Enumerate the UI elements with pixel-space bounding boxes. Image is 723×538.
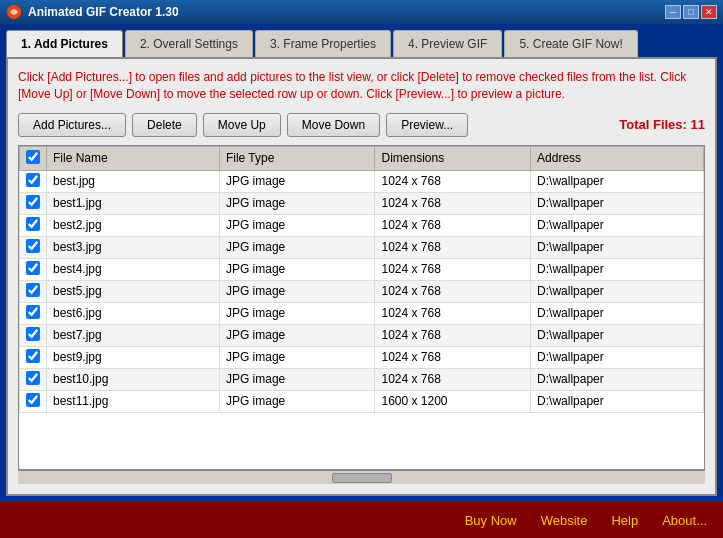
row-checkbox[interactable] xyxy=(26,173,40,187)
row-checkbox[interactable] xyxy=(26,393,40,407)
col-header-dimensions: Dimensions xyxy=(375,146,531,170)
row-address: D:\wallpaper xyxy=(531,302,704,324)
row-filetype: JPG image xyxy=(219,192,375,214)
table-row[interactable]: best10.jpgJPG image1024 x 768D:\wallpape… xyxy=(20,368,704,390)
table-header-row: File Name File Type Dimensions Address xyxy=(20,146,704,170)
file-table: File Name File Type Dimensions Address b… xyxy=(19,146,704,413)
row-filename: best7.jpg xyxy=(47,324,220,346)
row-checkbox-cell xyxy=(20,236,47,258)
about-link[interactable]: About... xyxy=(662,513,707,528)
row-checkbox[interactable] xyxy=(26,305,40,319)
row-filename: best10.jpg xyxy=(47,368,220,390)
row-address: D:\wallpaper xyxy=(531,390,704,412)
website-link[interactable]: Website xyxy=(541,513,588,528)
row-checkbox-cell xyxy=(20,192,47,214)
row-checkbox[interactable] xyxy=(26,349,40,363)
total-files-count: 11 xyxy=(691,117,705,132)
row-checkbox-cell xyxy=(20,324,47,346)
table-row[interactable]: best1.jpgJPG image1024 x 768D:\wallpaper xyxy=(20,192,704,214)
select-all-checkbox[interactable] xyxy=(26,150,40,164)
row-dimensions: 1024 x 768 xyxy=(375,368,531,390)
row-filename: best6.jpg xyxy=(47,302,220,324)
scrollbar-thumb[interactable] xyxy=(332,473,392,483)
bottom-bar: Buy Now Website Help About... xyxy=(0,502,723,538)
row-checkbox[interactable] xyxy=(26,371,40,385)
table-row[interactable]: best2.jpgJPG image1024 x 768D:\wallpaper xyxy=(20,214,704,236)
info-text: Click [Add Pictures...] to open files an… xyxy=(18,69,705,103)
move-up-button[interactable]: Move Up xyxy=(203,113,281,137)
table-row[interactable]: best3.jpgJPG image1024 x 768D:\wallpaper xyxy=(20,236,704,258)
row-filetype: JPG image xyxy=(219,302,375,324)
row-filetype: JPG image xyxy=(219,258,375,280)
file-table-container[interactable]: File Name File Type Dimensions Address b… xyxy=(18,145,705,470)
tab-preview-gif[interactable]: 4. Preview GIF xyxy=(393,30,502,57)
row-dimensions: 1024 x 768 xyxy=(375,170,531,192)
row-checkbox[interactable] xyxy=(26,327,40,341)
row-checkbox-cell xyxy=(20,258,47,280)
buy-now-link[interactable]: Buy Now xyxy=(465,513,517,528)
row-checkbox-cell xyxy=(20,214,47,236)
row-filename: best.jpg xyxy=(47,170,220,192)
row-filename: best9.jpg xyxy=(47,346,220,368)
table-row[interactable]: best7.jpgJPG image1024 x 768D:\wallpaper xyxy=(20,324,704,346)
table-row[interactable]: best9.jpgJPG image1024 x 768D:\wallpaper xyxy=(20,346,704,368)
move-down-button[interactable]: Move Down xyxy=(287,113,380,137)
row-dimensions: 1024 x 768 xyxy=(375,280,531,302)
row-checkbox-cell xyxy=(20,302,47,324)
row-address: D:\wallpaper xyxy=(531,214,704,236)
row-checkbox[interactable] xyxy=(26,195,40,209)
table-row[interactable]: best4.jpgJPG image1024 x 768D:\wallpaper xyxy=(20,258,704,280)
table-row[interactable]: best6.jpgJPG image1024 x 768D:\wallpaper xyxy=(20,302,704,324)
minimize-button[interactable]: ─ xyxy=(665,5,681,19)
tab-frame-properties[interactable]: 3. Frame Properties xyxy=(255,30,391,57)
scrollbar-area[interactable] xyxy=(18,470,705,484)
table-row[interactable]: best5.jpgJPG image1024 x 768D:\wallpaper xyxy=(20,280,704,302)
add-pictures-button[interactable]: Add Pictures... xyxy=(18,113,126,137)
row-address: D:\wallpaper xyxy=(531,192,704,214)
col-header-address: Address xyxy=(531,146,704,170)
row-dimensions: 1600 x 1200 xyxy=(375,390,531,412)
row-dimensions: 1024 x 768 xyxy=(375,324,531,346)
preview-button[interactable]: Preview... xyxy=(386,113,468,137)
table-row[interactable]: best.jpgJPG image1024 x 768D:\wallpaper xyxy=(20,170,704,192)
main-window: 1. Add Pictures 2. Overall Settings 3. F… xyxy=(0,24,723,502)
restore-button[interactable]: □ xyxy=(683,5,699,19)
row-filetype: JPG image xyxy=(219,346,375,368)
row-filetype: JPG image xyxy=(219,280,375,302)
row-checkbox[interactable] xyxy=(26,283,40,297)
row-checkbox[interactable] xyxy=(26,239,40,253)
col-header-checkbox xyxy=(20,146,47,170)
toolbar: Add Pictures... Delete Move Up Move Down… xyxy=(18,113,705,137)
table-row[interactable]: best11.jpgJPG image1600 x 1200D:\wallpap… xyxy=(20,390,704,412)
app-logo xyxy=(6,4,22,20)
row-dimensions: 1024 x 768 xyxy=(375,236,531,258)
row-filetype: JPG image xyxy=(219,214,375,236)
row-address: D:\wallpaper xyxy=(531,170,704,192)
row-filename: best4.jpg xyxy=(47,258,220,280)
help-link[interactable]: Help xyxy=(611,513,638,528)
file-table-body: best.jpgJPG image1024 x 768D:\wallpaperb… xyxy=(20,170,704,412)
row-checkbox[interactable] xyxy=(26,261,40,275)
title-bar: Animated GIF Creator 1.30 ─ □ ✕ xyxy=(0,0,723,24)
window-controls: ─ □ ✕ xyxy=(665,5,717,19)
row-address: D:\wallpaper xyxy=(531,324,704,346)
row-checkbox-cell xyxy=(20,368,47,390)
tab-add-pictures[interactable]: 1. Add Pictures xyxy=(6,30,123,57)
col-header-filetype: File Type xyxy=(219,146,375,170)
row-dimensions: 1024 x 768 xyxy=(375,192,531,214)
delete-button[interactable]: Delete xyxy=(132,113,197,137)
row-filetype: JPG image xyxy=(219,170,375,192)
close-button[interactable]: ✕ xyxy=(701,5,717,19)
app-title: Animated GIF Creator 1.30 xyxy=(28,5,665,19)
row-filename: best11.jpg xyxy=(47,390,220,412)
tab-overall-settings[interactable]: 2. Overall Settings xyxy=(125,30,253,57)
row-filetype: JPG image xyxy=(219,324,375,346)
row-checkbox[interactable] xyxy=(26,217,40,231)
row-dimensions: 1024 x 768 xyxy=(375,346,531,368)
content-panel: Click [Add Pictures...] to open files an… xyxy=(6,57,717,496)
col-header-filename: File Name xyxy=(47,146,220,170)
row-filename: best2.jpg xyxy=(47,214,220,236)
tab-create-gif[interactable]: 5. Create GIF Now! xyxy=(504,30,637,57)
row-checkbox-cell xyxy=(20,346,47,368)
row-address: D:\wallpaper xyxy=(531,258,704,280)
